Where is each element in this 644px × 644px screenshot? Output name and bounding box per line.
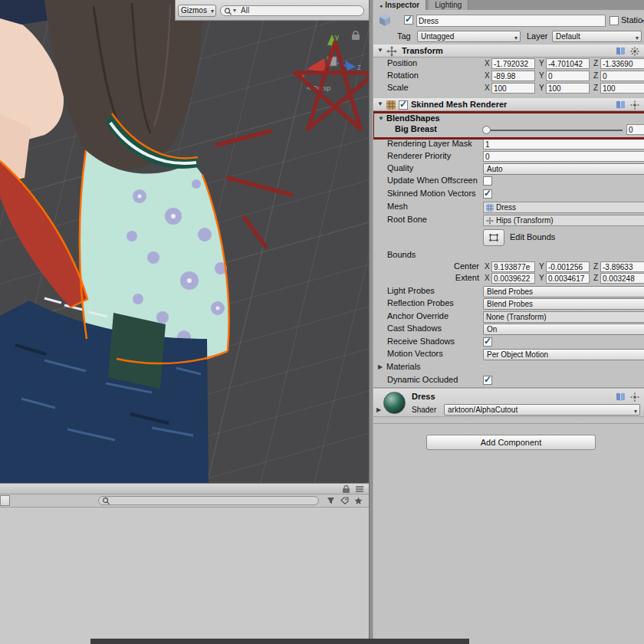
quality-row: Quality Auto [373,163,644,175]
chevron-down-icon: ▾ [636,33,639,43]
rotation-x-field[interactable] [491,71,535,81]
edit-bounds-icon [488,233,499,242]
anchor-override-object-field[interactable]: None (Transform) [483,311,644,323]
foldout-closed-icon[interactable]: ▶ [378,361,383,373]
gameobject-name-field[interactable] [416,15,606,27]
inspector-panel: ●Inspector Lighting Static ▾ Tag Untagge… [373,0,644,644]
quality-dropdown[interactable]: Auto [483,163,644,175]
layer-value: Default [556,32,580,41]
green-sash [108,313,166,389]
unity-editor-window: y x z < Persp Gizmos ▾ [0,0,644,644]
project-content-area[interactable] [0,508,369,644]
bounds-extent-row: Extent X Y Z [373,272,644,284]
edit-bounds-button[interactable] [483,229,504,246]
scale-y-field[interactable] [546,83,590,94]
add-component-button[interactable]: Add Component [426,435,596,450]
bounds-extent-x-field[interactable] [491,273,535,284]
static-checkbox[interactable] [610,16,619,25]
gear-icon[interactable] [630,100,639,110]
component-enabled-checkbox[interactable] [399,100,408,110]
tag-dropdown[interactable]: Untagged ▾ [417,31,521,42]
bounds-center-y-field[interactable] [546,261,590,272]
x-axis-label: X [485,58,490,69]
section-divider [373,423,644,424]
materials-label: Materials [386,361,421,373]
z-axis-label: Z [593,70,598,81]
rotation-y-field[interactable] [546,71,590,81]
position-y-field[interactable] [546,58,590,69]
tab-lighting-label: Lighting [435,1,462,9]
saved-search-star-icon[interactable] [354,497,363,505]
bounds-center-row: Center X Y Z [373,261,644,273]
context-menu-icon[interactable] [355,485,364,493]
big-breast-slider-track[interactable] [483,130,623,131]
mesh-row: Mesh Dress [373,201,644,213]
help-book-icon[interactable] [616,100,626,110]
update-when-offscreen-checkbox[interactable] [483,176,492,186]
cast-shadows-dropdown[interactable]: On [483,324,644,335]
scene-view-panel[interactable]: y x z < Persp Gizmos ▾ [0,0,369,483]
project-search-field[interactable] [98,496,319,505]
light-probes-dropdown[interactable]: Blend Probes [483,286,644,297]
gear-icon[interactable] [630,393,639,402]
help-book-icon[interactable] [616,393,626,402]
motion-vectors-dropdown[interactable]: Per Object Motion [483,349,644,360]
y-axis-label: y [335,33,339,41]
mesh-value: Dress [496,202,516,212]
renderer-priority-field[interactable] [483,151,644,162]
big-breast-slider-thumb[interactable] [482,126,491,134]
big-breast-value-field[interactable] [626,124,644,135]
z-axis-label: Z [593,58,598,69]
tab-inspector[interactable]: ●Inspector [373,0,426,10]
foldout-closed-icon[interactable]: ▶ [376,404,381,416]
reflection-probes-dropdown[interactable]: Blend Probes [483,298,644,310]
bounds-center-z-field[interactable] [600,261,644,272]
position-x-field[interactable] [491,58,535,69]
material-name: Dress [412,391,435,402]
gameobject-active-checkbox[interactable] [404,15,413,25]
scene-viewport[interactable]: y x z < Persp [0,0,369,483]
help-book-icon[interactable] [616,47,626,56]
rendering-layer-mask-field[interactable] [483,139,644,150]
material-header[interactable]: ▶ Dress Shader arktoon/AlphaCutout ▾ [373,388,644,417]
layer-dropdown[interactable]: Default ▾ [552,31,642,42]
transform-header[interactable]: ▼ Transform [373,44,644,58]
scene-search-field[interactable]: ▾ All [220,5,364,16]
bounds-extent-label: Extent [441,272,479,284]
search-by-type-icon[interactable] [327,497,335,504]
static-dropdown-arrow-icon[interactable]: ▾ [641,15,644,28]
scale-x-field[interactable] [491,83,535,94]
skinned-mesh-renderer-header[interactable]: ▼ Skinned Mesh Renderer [373,97,644,111]
receive-shadows-checkbox[interactable] [483,337,492,347]
lock-icon[interactable] [342,485,350,494]
project-panel-header [0,483,369,495]
skinned-motion-vectors-checkbox[interactable] [483,189,492,199]
root-bone-object-field[interactable]: Hips (Transform) [483,215,644,226]
gizmos-button[interactable]: Gizmos ▾ [178,5,216,17]
tab-lighting[interactable]: Lighting [429,0,468,10]
quality-label: Quality [387,163,413,174]
skinned-mesh-renderer-title: Skinned Mesh Renderer [411,98,507,111]
layer-label: Layer [527,31,548,42]
bounds-center-x-field[interactable] [491,261,535,272]
material-preview-sphere[interactable] [383,392,406,414]
scale-z-field[interactable] [600,83,644,94]
gear-icon[interactable] [630,47,639,56]
foldout-open-icon[interactable]: ▼ [377,98,383,110]
shader-dropdown[interactable]: arktoon/AlphaCutout ▾ [444,404,640,416]
position-z-field[interactable] [600,58,644,69]
renderer-priority-row: Renderer Priority [373,150,644,163]
mesh-object-field[interactable]: Dress [483,202,644,213]
dynamic-occluded-checkbox[interactable] [483,376,492,385]
bounds-extent-z-field[interactable] [600,273,644,284]
create-button-partial[interactable] [0,495,10,506]
rotation-z-field[interactable] [600,71,644,81]
blendshapes-label: BlendShapes [386,113,440,124]
search-by-label-icon[interactable] [340,497,349,504]
bounds-extent-y-field[interactable] [546,273,590,284]
shader-value: arktoon/AlphaCutout [448,406,518,414]
blendshapes-row: ▼ BlendShapes [373,113,644,123]
root-bone-value: Hips (Transform) [496,215,554,225]
character-model[interactable] [0,0,229,483]
foldout-open-icon[interactable]: ▼ [377,44,383,57]
